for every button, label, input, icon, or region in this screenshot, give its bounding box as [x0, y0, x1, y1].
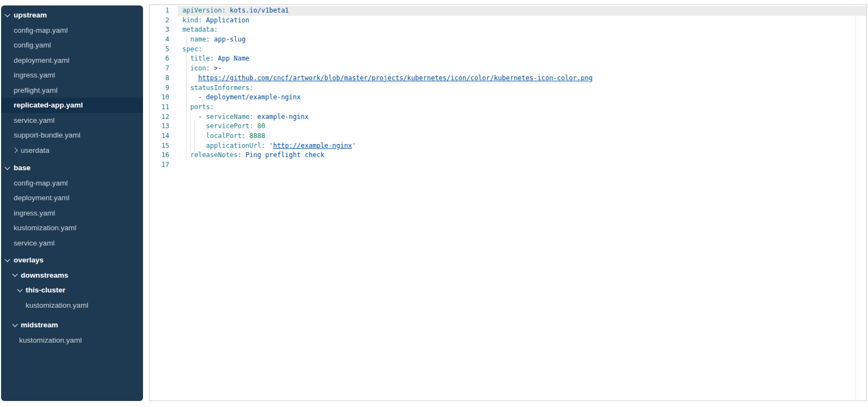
code-area[interactable]: 1apiVersion: kots.io/v1beta12kind: Appli… — [150, 5, 866, 170]
code-token — [182, 93, 198, 101]
tree-item-kustomization-yaml[interactable]: kustomization.yaml — [1, 298, 143, 313]
code-line: 10 - deployment/example-nginx — [150, 93, 866, 103]
code-link[interactable]: http://example-nginx — [273, 142, 352, 149]
tree-item-deployment-yaml[interactable]: deployment.yaml — [1, 190, 143, 206]
line-content: releaseNotes: Ping preflight check — [178, 151, 866, 160]
tree-item-kustomization-yaml[interactable]: kustomization.yaml — [1, 333, 143, 348]
tree-item-downstreams[interactable]: downstreams — [1, 268, 143, 283]
tree-item-label: deployment.yaml — [14, 56, 69, 64]
tree-item-label: userdata — [21, 146, 50, 154]
chevron-down-icon[interactable] — [13, 272, 18, 277]
code-line: 17 — [150, 160, 866, 170]
line-content: metadata: — [178, 25, 866, 35]
code-token — [210, 35, 214, 43]
tree-item-label: preflight.yaml — [14, 86, 57, 94]
code-token — [210, 64, 214, 72]
code-line: 3metadata: — [150, 25, 866, 35]
line-number: 12 — [150, 112, 169, 122]
code-line: 6 title: App Name — [150, 54, 866, 64]
indent-guide — [190, 112, 191, 122]
line-content: - serviceName: example-nginx — [178, 112, 866, 122]
chevron-down-icon[interactable] — [5, 256, 10, 262]
line-content: statusInformers: — [178, 83, 866, 93]
code-token — [214, 55, 218, 62]
code-token: example-nginx — [257, 113, 308, 121]
code-token: serviceName: — [206, 113, 253, 121]
code-token: 8888 — [249, 132, 265, 140]
line-number: 15 — [150, 141, 169, 151]
tree-item-config-map-yaml[interactable]: config-map.yaml — [1, 176, 143, 191]
tree-item-label: config-map.yaml — [14, 26, 68, 34]
code-token: icon: — [190, 64, 210, 72]
tree-item-overlays[interactable]: overlays — [1, 253, 143, 268]
line-content: name: app-slug — [178, 35, 866, 45]
line-number: 7 — [150, 64, 169, 74]
code-token — [246, 132, 249, 140]
line-number: 8 — [150, 74, 169, 83]
code-token: 80 — [257, 122, 265, 130]
code-token — [225, 7, 229, 14]
indent-guide — [194, 131, 195, 141]
chevron-down-icon[interactable] — [5, 11, 10, 17]
tree-item-deployment-yaml[interactable]: deployment.yaml — [1, 53, 143, 68]
tree-item-kustomization-yaml[interactable]: kustomization.yaml — [1, 220, 143, 236]
code-line: 11 ports: — [150, 103, 866, 112]
tree-item-replicated-app-yaml[interactable]: replicated-app.yaml — [1, 98, 143, 113]
tree-item-ingress-yaml[interactable]: ingress.yaml — [1, 68, 143, 83]
code-token: ports: — [190, 103, 213, 111]
tree-item-ingress-yaml[interactable]: ingress.yaml — [1, 206, 143, 221]
indent-guide — [186, 103, 187, 112]
tree-item-support-bundle-yaml[interactable]: support-bundle.yaml — [1, 128, 143, 143]
tree-item-preflight-yaml[interactable]: preflight.yaml — [1, 83, 143, 98]
code-line: 12 - serviceName: example-nginx — [150, 112, 866, 122]
code-token: app-slug — [214, 35, 246, 43]
tree-item-upstream[interactable]: upstream — [1, 8, 143, 23]
yaml-editor[interactable]: 1apiVersion: kots.io/v1beta12kind: Appli… — [149, 4, 867, 401]
indent-guide — [186, 83, 187, 93]
indent-guide — [186, 54, 187, 64]
code-token — [241, 151, 245, 159]
code-token: name: — [190, 35, 210, 43]
chevron-right-icon[interactable] — [13, 148, 18, 153]
tree-item-config-map-yaml[interactable]: config-map.yaml — [1, 23, 143, 38]
tree-item-userdata[interactable]: userdata — [1, 143, 143, 158]
line-content: apiVersion: kots.io/v1beta1 — [178, 6, 866, 16]
tree-item-service-yaml[interactable]: service.yaml — [1, 113, 143, 128]
code-token: Ping preflight check — [246, 151, 325, 159]
tree-item-midstream[interactable]: midstream — [1, 318, 143, 333]
line-content: spec: — [178, 45, 866, 55]
indent-guide — [190, 122, 191, 131]
line-content: servicePort: 80 — [178, 122, 866, 131]
indent-guide — [186, 64, 187, 74]
code-token — [182, 74, 198, 82]
chevron-down-icon[interactable] — [17, 286, 23, 292]
code-line: 9 statusInformers: — [150, 83, 866, 93]
line-content: applicationUrl: 'http://example-nginx' — [178, 141, 866, 151]
tree-item-config-yaml[interactable]: config.yaml — [1, 38, 143, 53]
indent-guide — [186, 131, 187, 141]
tree-item-service-yaml[interactable]: service.yaml — [1, 236, 143, 251]
indent-guide — [190, 141, 191, 151]
code-token — [265, 142, 269, 149]
tree-item-this-cluster[interactable]: this-cluster — [1, 283, 143, 298]
chevron-down-icon[interactable] — [5, 164, 10, 170]
code-token: title: — [190, 55, 213, 62]
indent-guide — [190, 131, 191, 141]
code-line: 7 icon: >- — [150, 64, 866, 74]
indent-guide — [186, 141, 187, 151]
code-line: 1apiVersion: kots.io/v1beta1 — [150, 6, 866, 16]
tree-item-base[interactable]: base — [1, 160, 143, 176]
indent-guide — [186, 122, 187, 131]
line-number: 16 — [150, 151, 169, 160]
code-token: apiVersion: — [182, 7, 225, 14]
code-token: kots.io/v1beta1 — [230, 7, 289, 14]
code-token: App Name — [218, 55, 249, 62]
code-token: applicationUrl: — [206, 142, 265, 149]
chevron-down-icon[interactable] — [13, 321, 18, 327]
code-line: 14 localPort: 8888 — [150, 131, 866, 141]
code-token: spec: — [182, 45, 202, 53]
tree-item-label: support-bundle.yaml — [14, 131, 80, 139]
code-link[interactable]: https://github.com/cncf/artwork/blob/mas… — [198, 74, 592, 82]
line-number: 14 — [150, 131, 169, 141]
code-token: - — [198, 113, 206, 121]
